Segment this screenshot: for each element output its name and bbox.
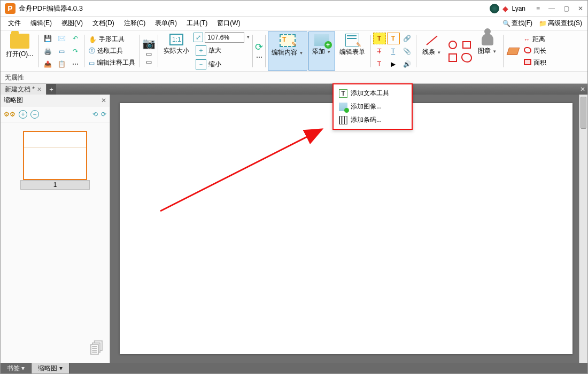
stamp-button[interactable]: 图章 ▼ [474, 32, 501, 71]
add-text-menuitem[interactable]: T 添加文本工具 [334, 87, 412, 100]
advanced-find-button[interactable]: 📁 高级查找(S) [537, 18, 584, 29]
document-tab[interactable]: 新建文档 * ✕ [1, 84, 47, 95]
menu-view[interactable]: 视图(V) [57, 17, 87, 29]
zoom-input[interactable] [205, 32, 244, 43]
thumb-zoom-out-button[interactable]: − [30, 110, 39, 119]
file-ops-group: 💾 ✉️ ↶ 🖨️ ▭ ↷ 📤 📋 ⋯ [41, 32, 82, 71]
menubar: 文件 编辑(E) 视图(V) 文档(D) 注释(C) 表单(R) 工具(T) 窗… [1, 17, 587, 30]
open-button[interactable]: 打开(O)... [3, 32, 36, 71]
cloud-button[interactable] [460, 52, 473, 64]
zoom-group: ⤢ ▼ ＋放大 －缩小 [194, 32, 250, 71]
new-tab-button[interactable]: ＋ [47, 84, 56, 95]
menu-form[interactable]: 表单(R) [151, 17, 181, 29]
scroll-thumb[interactable] [581, 97, 586, 129]
lines-button[interactable]: 线条 ▼ [419, 32, 445, 71]
add-image-label: 添加图像... [351, 102, 382, 111]
distance-icon: ↔ [524, 36, 530, 43]
minimize-button[interactable]: — [548, 5, 555, 12]
eraser-button[interactable] [508, 48, 519, 55]
vertical-scrollbar[interactable] [579, 95, 587, 363]
area-button[interactable]: 面积 [522, 57, 548, 68]
menu-more-icon[interactable]: ≡ [536, 5, 540, 12]
snapshot-group: 📷 ▭ ▭ [142, 32, 156, 71]
main-area: 缩略图 ✕ ⚙⚙ + − ⟲ ⟳ 1 🗐 [1, 95, 587, 363]
select-tool-button[interactable]: Ⓣ选取工具 [87, 45, 137, 57]
scan-button[interactable]: ▭ [55, 45, 68, 57]
clipboard-button[interactable]: 📋 [55, 58, 68, 70]
print-button[interactable]: 🖨️ [41, 45, 54, 57]
property-bar: 无属性 [1, 72, 587, 84]
strike-text-button[interactable]: T̶ [373, 45, 386, 57]
tab-thumbnails[interactable]: 缩略图 ▾ [32, 363, 69, 373]
window-buttons: ≡ — ▢ ✕ [536, 5, 583, 12]
sidebar-title: 缩略图 [4, 96, 23, 105]
link-button[interactable]: 🔗 [401, 33, 414, 44]
text-tools-group: T T 🔗 T̶ T 📎 T ▶ 🔊 [373, 32, 414, 71]
rotate-left-button[interactable]: ⟲ [92, 111, 98, 118]
snapshot-options-button[interactable]: ▭ [142, 50, 156, 58]
snapshot-more-button[interactable]: ▭ [142, 58, 156, 66]
redo-button[interactable]: ↷ [69, 45, 82, 57]
edit-content-button[interactable]: T✎ 编辑内容 ▼ [268, 32, 307, 71]
sidebar-close-button[interactable]: ✕ [101, 97, 106, 104]
add-button[interactable]: + 添加 ▼ [308, 32, 335, 71]
save-button[interactable]: 💾 [41, 33, 54, 44]
open-label: 打开(O)... [6, 50, 33, 59]
line-icon [425, 34, 438, 46]
export-button[interactable]: 📤 [41, 58, 54, 70]
user-area[interactable]: ◆ Lyan [490, 4, 525, 13]
zoom-dropdown-button[interactable]: ▼ [246, 35, 250, 40]
zoom-out-button[interactable]: －缩小 [194, 58, 250, 71]
pages-watermark-icon: 🗐 [89, 340, 104, 357]
add-text-icon: T [339, 89, 347, 98]
eraser-icon [506, 48, 520, 55]
undo-button[interactable]: ↶ [69, 33, 82, 44]
thumb-zoom-in-button[interactable]: + [19, 110, 27, 119]
app-icon: P [5, 3, 16, 14]
page-thumbnail[interactable] [23, 131, 87, 180]
highlight-text-button[interactable]: T [373, 33, 386, 44]
sound-button[interactable]: 🔊 [401, 58, 414, 70]
menu-file[interactable]: 文件 [4, 17, 25, 29]
menu-edit[interactable]: 编辑(E) [26, 17, 56, 29]
insert-text-button[interactable]: T [373, 58, 386, 70]
polygon-button[interactable] [460, 39, 473, 51]
attach-button[interactable]: 📎 [401, 45, 414, 57]
rotate-button[interactable]: ⟳ [255, 41, 263, 53]
text-box-button[interactable]: T [387, 33, 400, 44]
folder-icon [10, 34, 29, 49]
fit-page-button[interactable]: ⤢ [194, 33, 203, 42]
hand-tool-button[interactable]: ✋手形工具 [87, 34, 137, 45]
perimeter-button[interactable]: 周长 [522, 45, 548, 57]
tab-bookmarks[interactable]: 书签 ▾ [1, 363, 32, 373]
actual-size-button[interactable]: 1:1 实际大小 [160, 32, 192, 71]
add-icon: + [314, 34, 329, 46]
rotate-right-button[interactable]: ⟳ [101, 111, 106, 118]
close-button[interactable]: ✕ [578, 5, 583, 12]
menu-window[interactable]: 窗口(W) [213, 17, 244, 29]
find-button[interactable]: 🔍 查找(F) [500, 18, 535, 29]
add-barcode-menuitem[interactable]: 添加条码... [334, 113, 412, 127]
edit-form-button[interactable]: ✎ 编辑表单 [336, 32, 368, 71]
video-button[interactable]: ▶ [387, 58, 400, 70]
mail-button[interactable]: ✉️ [55, 33, 68, 44]
page-paper[interactable] [120, 103, 572, 354]
add-image-menuitem[interactable]: 添加图像... [334, 100, 412, 113]
ellipse-button[interactable] [446, 39, 459, 51]
distance-button[interactable]: ↔距离 [522, 34, 548, 45]
rect-button[interactable] [446, 52, 459, 64]
menu-comment[interactable]: 注释(C) [120, 17, 150, 29]
zoom-in-button[interactable]: ＋放大 [194, 44, 250, 57]
underline-text-button[interactable]: T [387, 45, 400, 57]
more-file-button[interactable]: ⋯ [69, 58, 82, 70]
maximize-button[interactable]: ▢ [563, 5, 569, 12]
menu-document[interactable]: 文档(D) [88, 17, 119, 29]
tab-close-button[interactable]: ✕ [37, 86, 42, 93]
thumb-options-button[interactable]: ⚙⚙ [4, 111, 16, 118]
find-icon: 🔍 [502, 20, 510, 27]
camera-button[interactable]: 📷 [142, 37, 156, 50]
rotate-options-button[interactable]: ⋯ [255, 53, 263, 61]
tabstrip-close-button[interactable]: ✕ [578, 84, 587, 95]
annot-tool-button[interactable]: ▭编辑注释工具 [87, 57, 137, 68]
menu-tools[interactable]: 工具(T) [182, 17, 212, 29]
